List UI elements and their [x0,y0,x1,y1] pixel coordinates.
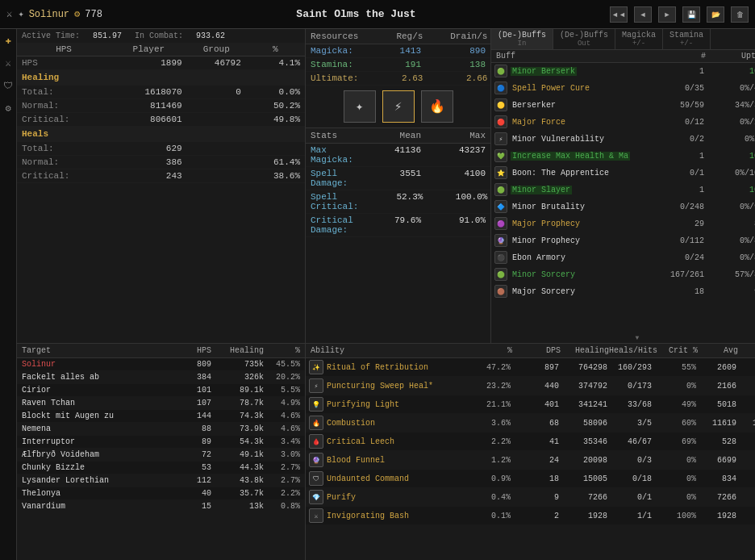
ability-icon-3[interactable]: 🔥 [421,90,453,123]
col-uptime: Uptime [706,52,755,61]
buff-name-cell: 🟢 Minor Slayer [494,183,656,196]
magicka-reg: 1413 [357,46,421,56]
buff-name: Major Prophecy [511,219,582,228]
list-item[interactable]: 💎 Purify 0.4% 9 7266 0/1 0% 7266 7266 [306,488,755,507]
table-row[interactable]: Thelonya 40 35.7k 2.2% [17,487,305,500]
buff-row[interactable]: 🟢 Minor Berserk 1 100% [491,63,755,80]
table-row[interactable]: Interruptor 89 54.3k 3.4% [17,436,305,449]
ability-pct: 23.2% [470,382,511,391]
spell-critical-mean: 52.3% [358,192,423,211]
tab-debuffs-in[interactable]: (De-)Buffs In [491,29,553,49]
col-max-h: Max [738,346,755,355]
critical-damage-mean: 79.6% [357,215,421,235]
buff-count: 29 [656,219,704,228]
table-row[interactable]: Chunky Bizzle 53 44.3k 2.7% [17,462,305,474]
ability-pct: 0.9% [470,474,511,483]
buffs-panel: (De-)Buffs In (De-)Buffs Out Magicka +/-… [491,29,755,343]
buff-count: 1 [656,186,704,194]
ability-icon-1[interactable]: ✦ [344,90,376,123]
buff-name-cell: 🔴 Major Force [494,115,656,128]
buff-row[interactable]: 🟡 Berserker 59/59 34%/34% [491,97,755,114]
buff-icon: 🟡 [494,98,507,111]
buff-row[interactable]: 🔴 Major Force 0/12 0%/13% [491,114,755,131]
ability-max: 8130 [736,456,755,465]
buff-name-cell: 🟢 Minor Berserk [494,65,656,77]
ability-healing: 341241 [559,400,607,409]
buff-row[interactable]: 🟤 Major Sorcery 18 95% [491,283,755,300]
nav-forward-button[interactable]: ► [658,6,676,23]
sidebar-settings-icon[interactable]: ⚙ [0,100,16,116]
buff-row[interactable]: 🟢 Minor Slayer 1 100% [491,182,755,199]
list-item[interactable]: ⚡ Puncturing Sweep Heal* 23.2% 440 37479… [306,377,755,395]
buff-row[interactable]: 💚 Increase Max Health & Ma 1 100% [491,148,755,165]
tab-stamina[interactable]: Stamina +/- [663,29,711,49]
max-magicka-row: Max Magicka: 41136 43237 [306,144,490,167]
buff-uptime: 57%/85% [704,270,755,279]
table-row[interactable]: Cirior 101 89.1k 5.5% [17,384,305,397]
col-pct: % [246,43,305,56]
table-row[interactable]: Lysander Lorethian 112 43.8k 2.7% [17,474,305,487]
table-row[interactable]: Raven Tchan 107 78.7k 4.9% [17,397,305,410]
tab-stamina-line1: Stamina [669,31,703,40]
ability-icon: 🩸 [309,434,323,449]
list-item[interactable]: ✨ Ritual of Retribution 47.2% 897 764298… [306,358,755,377]
buff-icon: 🔵 [494,81,507,94]
target-hps: 112 [175,476,211,485]
ability-healing: 374792 [559,382,607,391]
left-sidebar: ✚ ⚔ 🛡 ⚙ [0,29,17,560]
ability-name-cell: 🩸 Critical Leech [309,434,470,449]
col-count: # [657,52,706,61]
target-hps: 144 [175,412,211,420]
sidebar-combat-icon[interactable]: ⚔ [0,55,16,71]
ability-dps: 440 [511,382,559,391]
buff-row[interactable]: 🔵 Spell Power Cure 0/35 0%/41% [491,80,755,97]
table-row[interactable]: Vanardium 15 13k 0.8% [17,500,305,513]
nav-back2-button[interactable]: ◄ [634,6,652,23]
buff-icon: 🔮 [494,234,507,247]
heals-normal: 386 [111,156,187,169]
list-item[interactable]: ⚔ Invigorating Bash 0.1% 2 1928 1/1 100%… [306,507,755,525]
list-item[interactable]: 🛡 Undaunted Command 0.9% 18 15005 0/18 0… [306,470,755,488]
buff-row[interactable]: 🟢 Minor Sorcery 167/261 57%/85% [491,266,755,283]
reg-label: Reg/s [358,31,423,41]
ability-max: 8913 [736,400,755,409]
buff-count: 18 [656,287,704,296]
magicka-drain: 890 [421,46,486,56]
ability-icon-2[interactable]: ⚡ [382,90,415,123]
max-magicka-mean: 41136 [357,145,421,165]
table-row[interactable]: Nemena 88 73.9k 4.6% [17,423,305,436]
list-item[interactable]: 💡 Purifying Light 21.1% 401 341241 33/68… [306,395,755,414]
buff-uptime: 100% [704,152,755,161]
table-row[interactable]: Solinur 809 735k 45.5% [17,358,305,371]
buff-row[interactable]: 🟣 Major Prophecy 29 87% [491,215,755,232]
list-item[interactable]: 🩸 Critical Leech 2.2% 41 35346 46/67 69%… [306,433,755,451]
sidebar-shield-icon[interactable]: 🛡 [0,77,16,94]
target-name: Ælfbryð Voideham [22,450,175,459]
col-healing-h: Healing [561,346,609,355]
table-row[interactable]: Ælfbryð Voideham 72 49.1k 3.0% [17,449,305,462]
nav-back-button[interactable]: ◄◄ [610,6,628,23]
table-row[interactable]: Fackelt alles ab 384 326k 20.2% [17,371,305,384]
scroll-down-icon[interactable]: ▼ [491,332,755,343]
sidebar-heal-icon[interactable]: ✚ [0,32,16,48]
nav-load-button[interactable]: 📂 [707,6,724,23]
buff-row[interactable]: ⚫ Ebon Armory 0/24 0%/85% [491,249,755,266]
list-item[interactable]: 🔮 Blood Funnel 1.2% 24 20098 0/3 0% 6699… [306,451,755,470]
ability-name-cell: 🛡 Undaunted Command [309,471,470,486]
ability-heals-hits: 0/1 [607,493,652,502]
list-item[interactable]: 🔥 Combustion 3.6% 68 58096 3/5 60% 11619… [306,414,755,433]
buff-row[interactable]: ⭐ Boon: The Apprentice 0/1 0%/100% [491,165,755,182]
buff-row[interactable]: ⚡ Minor Vulnerability 0/2 0%/0% [491,131,755,148]
tab-debuffs-out[interactable]: (De-)Buffs Out [553,29,615,49]
nav-save-button[interactable]: 💾 [682,6,700,23]
ability-healing: 764298 [559,363,607,372]
nav-delete-button[interactable]: 🗑 [731,6,749,23]
tab-magicka-line2: +/- [632,40,645,48]
ability-icon: ⚔ [309,508,323,523]
table-row[interactable]: Blockt mit Augen zu 144 74.3k 4.6% [17,410,305,423]
buff-row[interactable]: 🔮 Minor Prophecy 0/112 0%/86% [491,232,755,249]
active-time-label: Active Time: [22,31,80,40]
buff-name-cell: ⚫ Ebon Armory [494,251,656,264]
buff-row[interactable]: 🔷 Minor Brutality 0/248 0%/94% [491,199,755,215]
tab-magicka[interactable]: Magicka +/- [615,29,663,49]
